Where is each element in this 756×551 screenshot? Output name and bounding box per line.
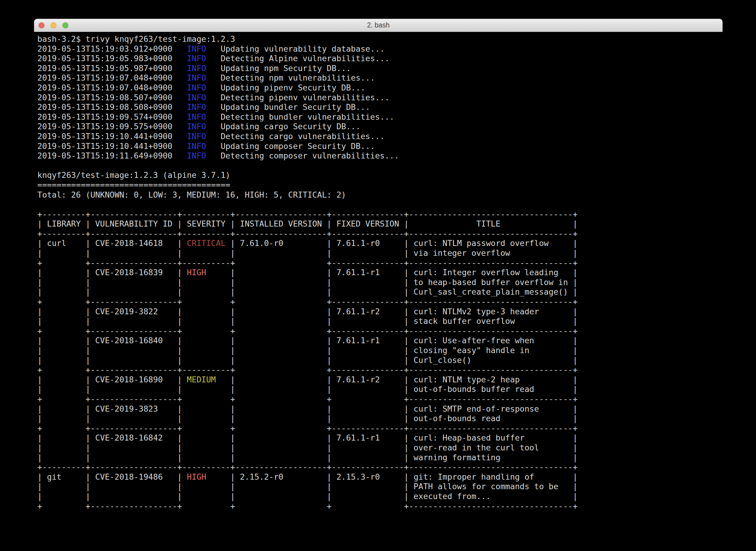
vulnerability-row-line: | | | | | | to heap-based buffer overflo… — [37, 278, 719, 288]
log-level-info: INFO — [187, 132, 206, 141]
vulnerability-row-line: | | CVE-2018-16840 | | | 7.61.1-r1 | cur… — [37, 336, 719, 346]
vulnerability-row-line: | | CVE-2018-16839 | HIGH | | 7.61.1-r1 … — [37, 268, 719, 278]
table-row-separator: + +------------------+----------+ +-----… — [37, 258, 719, 268]
log-line: 2019-05-13T15:19:05.983+0900 INFO Detect… — [37, 54, 719, 64]
vulnerability-row-line: | | CVE-2018-16890 | MEDIUM | | 7.61.1-r… — [37, 375, 719, 385]
vulnerability-row-line: | | | | | | warning formatting | — [37, 453, 719, 463]
log-level-info: INFO — [187, 73, 206, 82]
table-header-row: | LIBRARY | VULNERABILITY ID | SEVERITY … — [37, 219, 719, 229]
scan-summary: Total: 26 (UNKNOWN: 0, LOW: 3, MEDIUM: 1… — [37, 190, 719, 200]
log-line: 2019-05-13T15:19:08.508+0900 INFO Updati… — [37, 102, 719, 112]
log-line: 2019-05-13T15:19:10.441+0900 INFO Updati… — [37, 141, 719, 151]
table-header-border: +---------+------------------+----------… — [37, 229, 719, 239]
vulnerability-row-line: | | | | | | Curl_close() | — [37, 356, 719, 365]
zoom-button[interactable] — [62, 22, 68, 28]
vulnerability-row-line: | | CVE-2019-3823 | | | | curl: SMTP end… — [37, 404, 719, 414]
minimize-button[interactable] — [50, 22, 56, 28]
blank-line — [37, 200, 719, 209]
vulnerability-row-line: | | CVE-2018-16842 | | | 7.61.1-r1 | cur… — [37, 433, 719, 443]
log-level-info: INFO — [187, 141, 206, 151]
window-title: 2. bash — [34, 19, 723, 32]
table-row-separator: + +------------------+ + +--------------… — [37, 326, 719, 336]
vulnerability-row-line: | | CVE-2019-3822 | | | 7.61.1-r2 | curl… — [37, 307, 719, 317]
traffic-lights — [38, 22, 68, 28]
vulnerability-row-line: | curl | CVE-2018-14618 | CRITICAL | 7.6… — [37, 238, 719, 248]
log-level-info: INFO — [187, 151, 206, 160]
log-level-info: INFO — [187, 54, 206, 63]
severity-medium: MEDIUM — [187, 375, 216, 384]
log-line: 2019-05-13T15:19:07.048+0900 INFO Updati… — [37, 83, 719, 93]
vulnerability-row-line: | | | | | | over-read in the curl tool | — [37, 443, 719, 453]
log-level-info: INFO — [187, 102, 206, 112]
log-line: 2019-05-13T15:19:09.575+0900 INFO Updati… — [37, 122, 719, 132]
terminal-content[interactable]: bash-3.2$ trivy knqyf263/test-image:1.2.… — [34, 32, 723, 551]
table-row-separator: +---------+------------------+----------… — [37, 462, 719, 472]
vulnerability-row-line: | | | | | | stack buffer overflow | — [37, 317, 719, 326]
log-line: 2019-05-13T15:19:05.987+0900 INFO Updati… — [37, 64, 719, 73]
severity-high: HIGH — [187, 268, 206, 277]
log-line: 2019-05-13T15:19:11.649+0900 INFO Detect… — [37, 151, 719, 161]
vulnerability-row-line: | | | | | | PATH allows for commands to … — [37, 482, 719, 492]
log-line: 2019-05-13T15:19:08.507+0900 INFO Detect… — [37, 93, 719, 103]
terminal-window: 2. bash bash-3.2$ trivy knqyf263/test-im… — [34, 19, 723, 551]
table-row-separator: + +------------------+----------+ +-----… — [37, 365, 719, 375]
close-button[interactable] — [38, 22, 44, 28]
shell-prompt-line: bash-3.2$ trivy knqyf263/test-image:1.2.… — [37, 34, 719, 44]
table-row-separator: + +------------------+ + +--------------… — [37, 297, 719, 307]
log-level-info: INFO — [187, 44, 206, 53]
severity-high: HIGH — [187, 472, 206, 481]
table-top-border: +---------+------------------+----------… — [37, 209, 719, 219]
blank-line — [37, 161, 719, 171]
log-line: 2019-05-13T15:19:09.574+0900 INFO Detect… — [37, 112, 719, 122]
log-level-info: INFO — [187, 64, 206, 73]
vulnerability-row-line: | | | | | | via integer overflow | — [37, 248, 719, 258]
vulnerability-row-line: | | | | | | out-of-bounds buffer read | — [37, 385, 719, 394]
title-bar[interactable]: 2. bash — [34, 19, 723, 32]
table-row-separator: + +------------------+ + +--------------… — [37, 424, 719, 433]
vulnerability-row-line: | | | | | | executed from... | — [37, 492, 719, 501]
log-level-info: INFO — [187, 93, 206, 102]
scan-target: knqyf263/test-image:1.2.3 (alpine 3.7.1) — [37, 170, 719, 180]
log-line: 2019-05-13T15:19:03.912+0900 INFO Updati… — [37, 44, 719, 54]
log-line: 2019-05-13T15:19:10.441+0900 INFO Detect… — [37, 132, 719, 141]
log-level-info: INFO — [187, 112, 206, 121]
log-level-info: INFO — [187, 83, 206, 92]
severity-critical: CRITICAL — [187, 238, 226, 248]
table-row-separator: + +------------------+ + + +------------… — [37, 394, 719, 404]
log-line: 2019-05-13T15:19:07.048+0900 INFO Detect… — [37, 73, 719, 83]
log-level-info: INFO — [187, 122, 206, 131]
table-row-separator: + +------------------+ + + +------------… — [37, 501, 719, 511]
vulnerability-row-line: | | | | | | out-of-bounds read | — [37, 414, 719, 424]
vulnerability-row-line: | | | | | | closing "easy" handle in | — [37, 346, 719, 356]
vulnerability-row-line: | git | CVE-2018-19486 | HIGH | 2.15.2-r… — [37, 472, 719, 482]
scan-target-underline: ======================================== — [37, 180, 719, 190]
vulnerability-row-line: | | | | | | Curl_sasl_create_plain_messa… — [37, 287, 719, 297]
